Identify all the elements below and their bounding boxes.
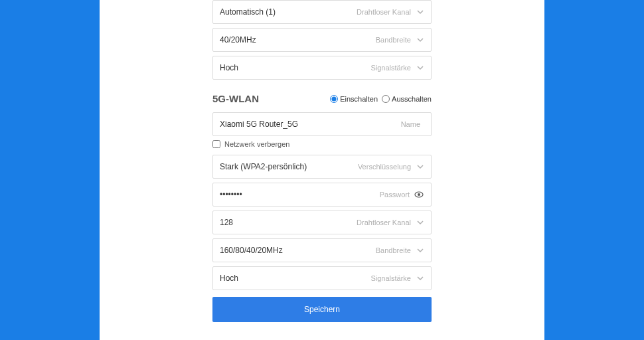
password-hint-5g: Passwort [380, 191, 410, 199]
channel-value-5g: 128 [220, 218, 357, 227]
name-hint-5g: Name [401, 120, 420, 128]
encryption-label-5g: Verschlüsselung [358, 163, 411, 171]
form-area: Automatisch (1) Drahtloser Kanal 40/20MH… [212, 0, 432, 322]
chevron-down-icon [416, 8, 424, 16]
password-input-5g[interactable] [220, 190, 380, 199]
hide-network-checkbox[interactable] [212, 140, 220, 148]
channel-value-24g: Automatisch (1) [220, 7, 357, 17]
chevron-down-icon [416, 163, 424, 171]
bandwidth-value-24g: 40/20MHz [220, 35, 376, 44]
password-field-5g[interactable]: Passwort [212, 183, 432, 207]
hide-network-row: Netzwerk verbergen [212, 140, 432, 148]
bandwidth-label-24g: Bandbreite [376, 36, 411, 44]
chevron-down-icon [416, 274, 424, 282]
channel-select-5g[interactable]: 128 Drahtloser Kanal [212, 211, 432, 234]
bandwidth-select-5g[interactable]: 160/80/40/20MHz Bandbreite [212, 238, 432, 262]
settings-page: Automatisch (1) Drahtloser Kanal 40/20MH… [100, 0, 544, 340]
signal-select-5g[interactable]: Hoch Signalstärke [212, 266, 432, 290]
enable-radio-group-5g: Einschalten Ausschalten [330, 95, 432, 103]
encryption-value-5g: Stark (WPA2-persönlich) [220, 162, 358, 171]
signal-value-5g: Hoch [220, 274, 370, 283]
bandwidth-label-5g: Bandbreite [376, 246, 411, 254]
signal-label-5g: Signalstärke [370, 274, 411, 282]
svg-point-1 [418, 193, 420, 196]
signal-select-24g[interactable]: Hoch Signalstärke [212, 56, 432, 80]
hide-network-label: Netzwerk verbergen [224, 140, 289, 148]
chevron-down-icon [416, 64, 424, 72]
save-button[interactable]: Speichern [212, 297, 432, 322]
bandwidth-select-24g[interactable]: 40/20MHz Bandbreite [212, 28, 432, 52]
signal-label-24g: Signalstärke [370, 64, 411, 72]
bandwidth-value-5g: 160/80/40/20MHz [220, 246, 376, 255]
radio-on-label[interactable]: Einschalten [330, 95, 378, 103]
radio-off-label[interactable]: Ausschalten [382, 95, 432, 103]
chevron-down-icon [416, 36, 424, 44]
channel-label-5g: Drahtloser Kanal [357, 218, 411, 226]
radio-on[interactable] [330, 95, 338, 103]
section-title-5g: 5G-WLAN [212, 93, 259, 104]
name-field-5g[interactable]: Name [212, 112, 432, 136]
eye-icon[interactable] [414, 189, 424, 200]
chevron-down-icon [416, 246, 424, 254]
channel-select-24g[interactable]: Automatisch (1) Drahtloser Kanal [212, 0, 432, 24]
channel-label-24g: Drahtloser Kanal [357, 8, 411, 16]
encryption-select-5g[interactable]: Stark (WPA2-persönlich) Verschlüsselung [212, 155, 432, 179]
section-header-5g: 5G-WLAN Einschalten Ausschalten [212, 93, 432, 104]
radio-off[interactable] [382, 95, 390, 103]
signal-value-24g: Hoch [220, 63, 370, 72]
radio-off-text: Ausschalten [392, 95, 432, 103]
name-input-5g[interactable] [220, 120, 401, 129]
chevron-down-icon [416, 218, 424, 226]
radio-on-text: Einschalten [340, 95, 378, 103]
